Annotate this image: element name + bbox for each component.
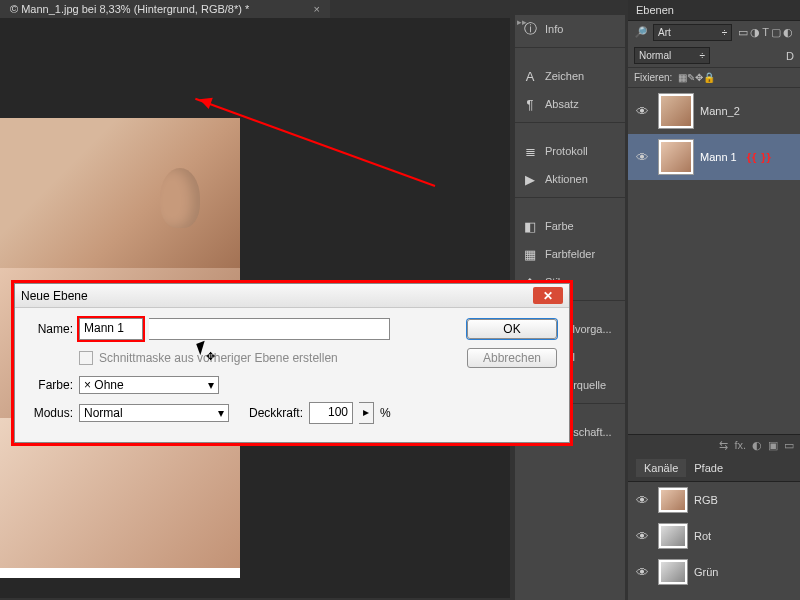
panel-shortcut-farbfelder[interactable]: ▦Farbfelder [515, 240, 625, 268]
layer-thumbnail[interactable] [658, 139, 694, 175]
panel-shortcut-zeichen[interactable]: AZeichen [515, 62, 625, 90]
blend-mode-select[interactable]: Normal÷ [634, 47, 710, 64]
filter-type-icon[interactable]: ▭ [738, 26, 748, 38]
name-field[interactable] [149, 318, 390, 340]
visibility-eye-icon[interactable]: 👁 [632, 565, 652, 580]
panel-icon: A [523, 69, 537, 83]
panel-icon: ▶ [523, 172, 537, 186]
link-layers-icon[interactable]: ⇆ [719, 439, 728, 452]
color-label: Farbe: [27, 378, 73, 392]
layer-mask-icon[interactable]: ◐ [752, 439, 762, 452]
channel-row[interactable]: 👁Grün [628, 554, 800, 590]
filter-kind-select[interactable]: Art÷ [653, 24, 732, 41]
channel-row[interactable]: 👁RGB [628, 482, 800, 518]
opacity-label: D [786, 50, 794, 62]
visibility-eye-icon[interactable]: 👁 [632, 493, 652, 508]
panel-icon: ≣ [523, 144, 537, 158]
new-layer-dialog: Neue Ebene ✕ Name: Mann 1 OK Schnittmask… [14, 283, 570, 443]
channel-name: RGB [694, 494, 718, 506]
panel-icon: ▦ [523, 247, 537, 261]
opacity-slider-icon[interactable]: ▸ [359, 402, 374, 424]
expand-panels-icon[interactable]: ▸▸ [517, 17, 527, 27]
panel-shortcut-absatz[interactable]: ¶Absatz [515, 90, 625, 118]
opacity-unit: % [380, 406, 391, 420]
panel-shortcut-aktionen[interactable]: ▶Aktionen [515, 165, 625, 193]
channel-row[interactable]: 👁Rot [628, 518, 800, 554]
panel-shortcut-farbe[interactable]: ◧Farbe [515, 212, 625, 240]
layer-name: Mann_2 [700, 105, 740, 117]
layer-row[interactable]: 👁Mann_2 [628, 88, 800, 134]
tab-channels[interactable]: Kanäle [636, 459, 686, 477]
layer-filter-row[interactable]: 🔎 Art÷ ▭◑T▢◐ [628, 21, 800, 44]
panel-icon: ¶ [523, 97, 537, 111]
visibility-eye-icon[interactable]: 👁 [632, 150, 652, 165]
layers-tab[interactable]: Ebenen [628, 0, 800, 21]
mode-select[interactable]: Normal▾ [79, 404, 229, 422]
filter-type-icon[interactable]: ◐ [783, 26, 793, 38]
layer-thumbnail[interactable] [658, 93, 694, 129]
lock-row: Fixieren: ▦✎✥🔒 [628, 67, 800, 88]
document-close-icon[interactable]: × [314, 3, 320, 15]
filter-type-icon[interactable]: T [762, 26, 769, 38]
opacity-field[interactable]: 100 [309, 402, 353, 424]
close-icon[interactable]: ✕ [533, 287, 563, 304]
annotation-brackets: {{ }} [747, 151, 772, 163]
channel-thumbnail [658, 523, 688, 549]
document-title: © Mann_1.jpg bei 8,33% (Hintergrund, RGB… [10, 3, 249, 15]
layer-row[interactable]: 👁Mann 1{{ }} [628, 134, 800, 180]
right-panel-stack: Ebenen 🔎 Art÷ ▭◑T▢◐ Normal÷ D Fixieren: … [628, 0, 800, 600]
layer-list: 👁Mann_2👁Mann 1{{ }} [628, 88, 800, 180]
channel-thumbnail [658, 559, 688, 585]
fx-icon[interactable]: fx. [734, 439, 746, 451]
color-select[interactable]: × Ohne▾ [79, 376, 219, 394]
tab-paths[interactable]: Pfade [686, 459, 731, 477]
mode-label: Modus: [27, 406, 73, 420]
lock-option-icon[interactable]: 🔒 [703, 72, 715, 83]
channel-name: Rot [694, 530, 711, 542]
ok-button[interactable]: OK [467, 319, 557, 339]
layers-panel-footer: ⇆ fx. ◐ ▣ ▭ [628, 434, 800, 455]
channel-name: Grün [694, 566, 718, 578]
panel-icon: ◧ [523, 219, 537, 233]
visibility-eye-icon[interactable]: 👁 [632, 104, 652, 119]
panel-shortcut-info[interactable]: ⓘInfo [515, 15, 625, 43]
lock-option-icon[interactable]: ▦ [678, 72, 687, 83]
dialog-titlebar[interactable]: Neue Ebene ✕ [15, 284, 569, 308]
new-group-icon[interactable]: ▭ [784, 439, 794, 452]
clip-mask-label: Schnittmaske aus vorheriger Ebene erstel… [99, 351, 338, 365]
filter-type-icon[interactable]: ◑ [750, 26, 760, 38]
name-label: Name: [27, 322, 73, 336]
channel-thumbnail [658, 487, 688, 513]
channels-panel: Kanäle Pfade 👁RGB👁Rot👁Grün [628, 455, 800, 600]
visibility-eye-icon[interactable]: 👁 [632, 529, 652, 544]
document-tab[interactable]: © Mann_1.jpg bei 8,33% (Hintergrund, RGB… [0, 0, 330, 19]
panel-shortcut-protokoll[interactable]: ≣Protokoll [515, 137, 625, 165]
layer-name: Mann 1 [700, 151, 737, 163]
opacity-label: Deckkraft: [249, 406, 303, 420]
dialog-title: Neue Ebene [21, 289, 88, 303]
cancel-button[interactable]: Abbrechen [467, 348, 557, 368]
adjustment-layer-icon[interactable]: ▣ [768, 439, 778, 452]
clip-mask-checkbox [79, 351, 93, 365]
filter-type-icon[interactable]: ▢ [771, 26, 781, 38]
name-field-highlight: Mann 1 [79, 318, 143, 340]
